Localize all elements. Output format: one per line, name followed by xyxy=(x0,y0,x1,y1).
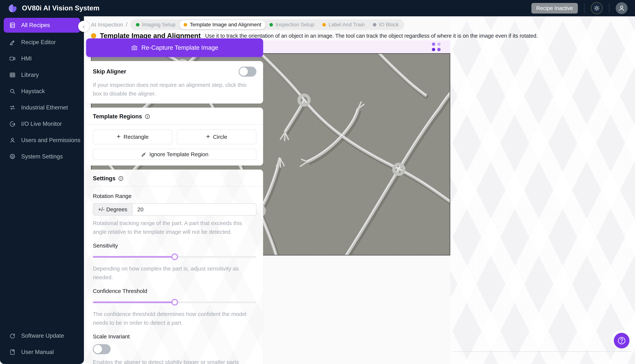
camera-icon xyxy=(131,44,138,51)
sidebar: All Recipes Recipe Editor HMI Library Ha… xyxy=(0,16,84,364)
skip-aligner-label: Skip Aligner xyxy=(93,68,126,75)
step-template-image-alignment[interactable]: Template Image and Alignment xyxy=(180,20,265,29)
transfer-icon xyxy=(9,104,16,111)
sidebar-item-hmi[interactable]: HMI xyxy=(0,50,84,67)
recapture-template-button[interactable]: Re-Capture Template Image xyxy=(86,38,263,57)
sidebar-item-software-update[interactable]: Software Update xyxy=(0,328,84,344)
skip-aligner-card: Skip Aligner If your inspection does not… xyxy=(86,61,263,104)
sidebar-item-io-live-monitor[interactable]: I/O Live Monitor xyxy=(0,116,84,132)
video-icon xyxy=(9,56,16,62)
recipe-status-badge: Recipe Inactive xyxy=(531,3,578,14)
main-content: AI Inspection / Imaging Setup Template I… xyxy=(84,16,635,364)
breadcrumb-separator: / xyxy=(126,22,127,28)
confidence-threshold-slider[interactable] xyxy=(93,299,256,306)
step-inspection-setup[interactable]: Inspection Setup xyxy=(265,20,319,29)
sidebar-item-all-recipes[interactable]: All Recipes xyxy=(4,18,80,33)
circle-label: Circle xyxy=(213,134,227,140)
rotation-range-input[interactable] xyxy=(133,204,256,215)
rectangle-label: Rectangle xyxy=(124,134,149,140)
info-icon[interactable] xyxy=(118,176,124,181)
sidebar-item-library[interactable]: Library xyxy=(0,67,84,83)
recipes-icon xyxy=(9,22,16,28)
sidebar-item-users-permissions[interactable]: Users and Permissions xyxy=(0,132,84,148)
divider xyxy=(609,3,609,13)
rotation-range-input-group: +/- Degrees xyxy=(93,203,256,216)
plus-icon: + xyxy=(206,133,210,140)
step-label: Label And Train xyxy=(329,22,365,28)
divider xyxy=(584,3,584,13)
add-circle-region-button[interactable]: + Circle xyxy=(177,130,257,144)
sidebar-item-label: Software Update xyxy=(21,332,64,339)
skip-aligner-description: If your inspection does not require an a… xyxy=(93,81,256,98)
sidebar-item-label: Haystack xyxy=(21,88,45,94)
app-title: OV80i AI Vision System xyxy=(22,4,100,12)
sidebar-item-haystack[interactable]: Haystack xyxy=(0,83,84,100)
step-label-and-train[interactable]: Label And Train xyxy=(318,20,369,29)
user-icon xyxy=(618,5,625,12)
settings-title: Settings xyxy=(93,175,116,182)
book-icon xyxy=(9,349,16,355)
pen-icon xyxy=(141,152,147,157)
sidebar-collapse-button[interactable]: ‹ xyxy=(78,21,89,32)
breadcrumb-root[interactable]: AI Inspection xyxy=(91,22,123,28)
plus-icon: + xyxy=(117,133,121,140)
info-icon[interactable] xyxy=(145,114,150,119)
template-regions-card: Template Regions + Rectangle + Circle xyxy=(86,108,263,166)
ignore-region-label: Ignore Template Region xyxy=(149,151,208,158)
refresh-icon xyxy=(9,333,16,339)
sidebar-item-user-manual[interactable]: User Manual xyxy=(0,344,84,360)
sidebar-item-label: Industrial Ethernet xyxy=(21,104,68,111)
account-button[interactable] xyxy=(616,2,627,14)
status-dot xyxy=(184,23,187,26)
grid-icon xyxy=(9,72,16,78)
template-regions-title: Template Regions xyxy=(93,113,142,120)
app-logo-icon xyxy=(8,3,18,13)
slider-handle[interactable] xyxy=(171,299,178,306)
step-io-block[interactable]: IO Block xyxy=(369,20,403,29)
step-label: Imaging Setup xyxy=(142,22,176,28)
confidence-threshold-label: Confidence Threshold xyxy=(93,288,256,294)
chevron-left-icon: ‹ xyxy=(83,23,85,30)
divider xyxy=(453,352,631,352)
gear-icon xyxy=(9,154,16,160)
sidebar-item-label: Library xyxy=(21,72,39,78)
status-dot xyxy=(136,23,139,26)
status-dot xyxy=(322,23,326,26)
scale-invariant-description: Enables the aligner to detect slightly b… xyxy=(93,358,256,364)
step-label: Template Image and Alignment xyxy=(190,22,261,28)
rotation-range-label: Rotation Range xyxy=(93,193,256,199)
top-bar: OV80i AI Vision System Recipe Inactive xyxy=(0,0,635,16)
search-icon xyxy=(9,88,16,94)
sensitivity-description: Depending on how complex the part is, ad… xyxy=(93,264,256,282)
add-rectangle-region-button[interactable]: + Rectangle xyxy=(93,130,172,144)
status-dot xyxy=(373,23,376,26)
step-imaging-setup[interactable]: Imaging Setup xyxy=(132,20,180,29)
question-circle-icon xyxy=(617,336,626,345)
io-icon xyxy=(9,121,16,127)
settings-card: Settings Rotation Range +/- Degrees Rota… xyxy=(86,170,263,364)
breadcrumb: AI Inspection / Imaging Setup Template I… xyxy=(91,19,404,30)
sidebar-item-system-settings[interactable]: System Settings xyxy=(0,148,84,165)
status-dot xyxy=(269,23,273,26)
sidebar-item-industrial-ethernet[interactable]: Industrial Ethernet xyxy=(0,100,84,116)
sidebar-item-label: All Recipes xyxy=(21,22,50,28)
rotation-range-description: Rotational tracking range of the part. A… xyxy=(93,219,256,236)
sidebar-item-recipe-editor[interactable]: Recipe Editor xyxy=(0,34,84,50)
user-icon xyxy=(9,137,16,144)
sidebar-item-label: Users and Permissions xyxy=(21,137,80,144)
help-button[interactable] xyxy=(614,333,629,348)
ignore-template-region-button[interactable]: Ignore Template Region xyxy=(93,149,256,160)
theme-toggle-button[interactable] xyxy=(591,2,603,14)
sidebar-item-label: Recipe Editor xyxy=(21,39,56,46)
sidebar-item-label: System Settings xyxy=(21,153,63,160)
sidebar-item-label: User Manual xyxy=(21,349,54,356)
scale-invariant-toggle[interactable] xyxy=(93,344,111,354)
step-label: Inspection Setup xyxy=(275,22,314,28)
slider-handle[interactable] xyxy=(171,254,178,260)
page-description: Use it to track the orientation of an ob… xyxy=(205,33,538,39)
sidebar-footer: Software Update User Manual xyxy=(0,328,84,364)
skip-aligner-toggle[interactable] xyxy=(239,66,256,76)
pencil-icon xyxy=(9,39,16,46)
sensitivity-slider[interactable] xyxy=(93,253,256,260)
confidence-threshold-description: The confidence threshold determines how … xyxy=(93,310,256,327)
